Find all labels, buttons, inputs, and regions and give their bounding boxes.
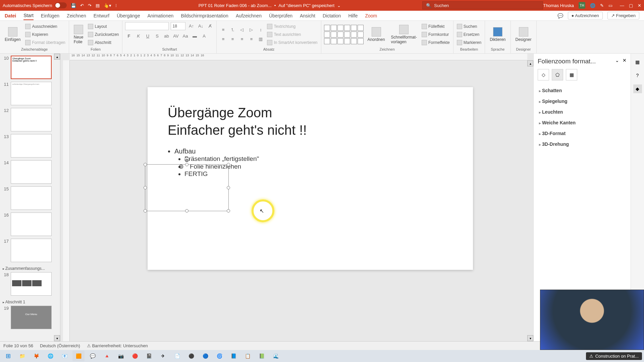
slide-thumbnail-19[interactable]: Our Menu bbox=[11, 306, 52, 329]
bullet-item[interactable]: Präsentation „fertigstellen" bbox=[184, 155, 453, 163]
line-spacing-button[interactable]: ↕ bbox=[257, 26, 264, 34]
slide-thumbnail-12[interactable] bbox=[11, 108, 52, 131]
align-left-button[interactable]: ≡ bbox=[219, 36, 227, 43]
pane-close-icon[interactable]: ✕ bbox=[623, 58, 627, 63]
taskbar-notification[interactable]: ⚠ Construction on Prat... bbox=[586, 352, 642, 360]
indent-increase-button[interactable]: ▷ bbox=[248, 26, 255, 34]
designer-button[interactable]: Designer bbox=[514, 26, 534, 43]
taskbar-excel-icon[interactable]: 📗 bbox=[256, 351, 268, 361]
slide-thumbnail-15[interactable] bbox=[11, 186, 52, 210]
rail-help-icon[interactable]: ? bbox=[633, 71, 642, 80]
resize-handle[interactable] bbox=[227, 209, 230, 213]
section-3d-rotation[interactable]: 3D-Drehung bbox=[538, 139, 627, 149]
taskbar-app-icon[interactable]: 🔴 bbox=[129, 351, 141, 361]
taskbar-app-icon[interactable]: 📄 bbox=[171, 351, 183, 361]
bullet-item[interactable]: Aufbau bbox=[174, 147, 453, 155]
section-button[interactable]: Abschnitt bbox=[87, 39, 119, 46]
select-button[interactable]: Markieren bbox=[456, 39, 482, 46]
search-box[interactable]: 🔍 Suchen bbox=[422, 1, 543, 9]
tab-home[interactable]: Start bbox=[23, 11, 34, 20]
toggle-switch[interactable] bbox=[55, 2, 67, 8]
font-family-combo[interactable] bbox=[125, 22, 169, 30]
slide-thumbnail-10[interactable]: Übergänge ZoomEinfacher geht's nicht !! bbox=[11, 56, 52, 79]
slide-canvas-area[interactable]: 16 15 14 13 12 11 10 9 8 7 6 5 4 3 2 1 0… bbox=[60, 54, 533, 341]
maximize-icon[interactable]: ▢ bbox=[629, 3, 633, 8]
tab-draw[interactable]: Zeichnen bbox=[67, 12, 86, 20]
tab-animations[interactable]: Animationen bbox=[147, 12, 173, 20]
undo-icon[interactable]: ↶ bbox=[80, 3, 84, 8]
replace-button[interactable]: Ersetzen bbox=[456, 31, 482, 38]
user-name[interactable]: Thomas Hruska bbox=[543, 3, 574, 8]
resize-handle[interactable] bbox=[144, 186, 147, 189]
thumb-scroll-up[interactable]: ▴ bbox=[54, 54, 60, 60]
taskbar-app-icon[interactable]: 📷 bbox=[115, 351, 127, 361]
paste-button[interactable]: Einfügen bbox=[3, 26, 22, 43]
reset-button[interactable]: Zurücksetzen bbox=[87, 31, 119, 38]
taskbar-chrome-icon[interactable]: 🌐 bbox=[44, 351, 56, 361]
tab-design[interactable]: Entwurf bbox=[94, 12, 109, 20]
highlight-button[interactable]: ▬ bbox=[191, 32, 198, 40]
location-dropdown-icon[interactable]: ⌄ bbox=[337, 3, 341, 8]
copy-button[interactable]: Kopieren bbox=[24, 31, 66, 38]
taskbar-onenote-icon[interactable]: 📓 bbox=[143, 351, 155, 361]
start-button[interactable]: ⊞ bbox=[2, 351, 14, 361]
save-icon[interactable]: 💾 bbox=[71, 3, 76, 8]
outline-button[interactable]: Formkontur bbox=[421, 31, 450, 38]
window-icon[interactable]: ▭ bbox=[608, 3, 612, 8]
pen-icon[interactable]: ✎ bbox=[600, 3, 604, 8]
taskbar-vlc-icon[interactable]: 🔺 bbox=[101, 351, 113, 361]
taskbar-powerpoint-icon[interactable]: 🟧 bbox=[72, 351, 85, 361]
section-reflection[interactable]: Spiegelung bbox=[538, 96, 627, 107]
section-header-summary[interactable]: Zusammenfassungs... bbox=[2, 265, 58, 272]
slide-thumbnail-17[interactable] bbox=[11, 239, 52, 262]
resize-handle[interactable] bbox=[227, 163, 230, 166]
case-button[interactable]: Aa bbox=[181, 32, 189, 40]
slide-editor[interactable]: Übergänge ZoomEinfacher geht's nicht !! … bbox=[148, 87, 473, 270]
fill-button[interactable]: Fülleffekt bbox=[421, 23, 450, 30]
rail-designer-icon[interactable]: ▦ bbox=[633, 58, 642, 66]
shapes-gallery[interactable] bbox=[324, 25, 364, 44]
selected-object[interactable]: ⊚ bbox=[145, 164, 229, 211]
find-button[interactable]: Suchen bbox=[456, 23, 482, 30]
quick-styles-button[interactable]: Schnellformat- vorlagen bbox=[389, 23, 419, 46]
slide-thumbnail-13[interactable] bbox=[11, 134, 52, 158]
layout-button[interactable]: Layout bbox=[87, 23, 119, 30]
resize-handle[interactable] bbox=[185, 209, 189, 213]
autosave-toggle[interactable]: Automatisches Speichern bbox=[3, 2, 67, 8]
user-avatar[interactable]: TH bbox=[579, 2, 585, 9]
section-soft-edges[interactable]: Weiche Kanten bbox=[538, 117, 627, 128]
rotate-handle[interactable]: ⊚ bbox=[184, 157, 189, 162]
align-right-button[interactable]: ≡ bbox=[238, 36, 246, 43]
columns-button[interactable]: ▥ bbox=[257, 36, 264, 43]
tab-slideshow[interactable]: Bildschirmpräsentation bbox=[181, 12, 228, 20]
canvas-scroll-down[interactable]: ▾ bbox=[527, 335, 533, 341]
grow-font-icon[interactable]: A↑ bbox=[187, 22, 195, 29]
record-button[interactable]: ● Aufzeichnen bbox=[568, 12, 603, 19]
slide-thumbnail-18[interactable] bbox=[11, 272, 52, 296]
slide-thumbnails-panel[interactable]: 10Übergänge ZoomEinfacher geht's nicht !… bbox=[0, 54, 60, 341]
redo-icon[interactable]: ↷ bbox=[88, 3, 92, 8]
format-painter-button[interactable]: Format übertragen bbox=[24, 39, 66, 46]
tab-zoom[interactable]: Zoom bbox=[365, 12, 377, 20]
tab-insert[interactable]: Einfügen bbox=[41, 12, 59, 20]
font-color-button[interactable]: A bbox=[200, 32, 208, 40]
arrange-button[interactable]: Anordnen bbox=[366, 26, 387, 43]
taskbar-app-icon[interactable]: 🌀 bbox=[213, 351, 225, 361]
resize-handle[interactable] bbox=[144, 209, 147, 213]
taskbar-firefox-icon[interactable]: 🦊 bbox=[30, 351, 42, 361]
taskbar-telegram-icon[interactable]: ✈ bbox=[157, 351, 169, 361]
thumb-scroll-down[interactable]: ▾ bbox=[54, 335, 60, 341]
share-button[interactable]: ↗ Freigeben bbox=[607, 12, 639, 19]
pane-dropdown-icon[interactable]: ⌄ bbox=[615, 58, 619, 63]
underline-button[interactable]: U bbox=[144, 32, 151, 40]
shrink-font-icon[interactable]: A↓ bbox=[197, 22, 204, 29]
strike-button[interactable]: S bbox=[153, 32, 161, 40]
resize-handle[interactable] bbox=[227, 186, 230, 189]
align-center-button[interactable]: ≡ bbox=[229, 36, 236, 43]
tab-file[interactable]: Datei bbox=[5, 12, 16, 20]
bullets-button[interactable]: ≡ bbox=[219, 26, 227, 34]
format-tab-picture[interactable]: ▦ bbox=[566, 69, 577, 80]
tab-transitions[interactable]: Übergänge bbox=[117, 12, 140, 20]
slide-thumbnail-16[interactable] bbox=[11, 213, 52, 236]
taskbar-edge-icon[interactable]: 🌊 bbox=[270, 351, 282, 361]
